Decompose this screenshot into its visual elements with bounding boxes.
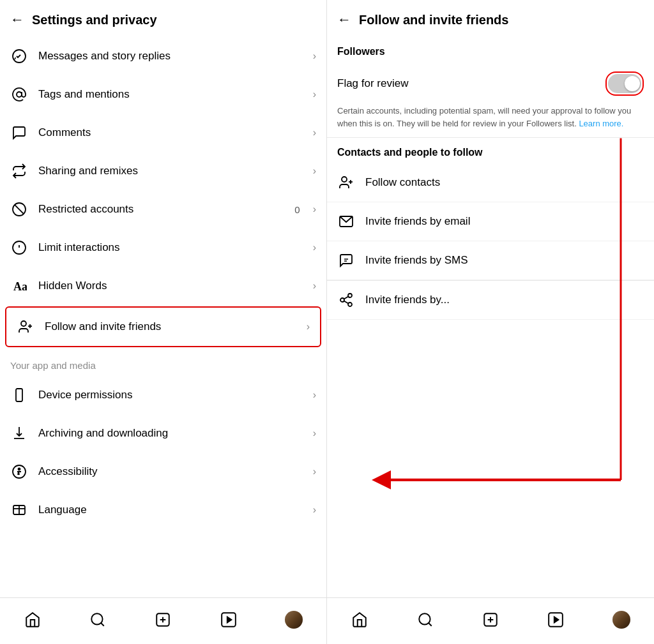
toggle-knob xyxy=(625,76,640,91)
svg-point-39 xyxy=(419,613,430,624)
left-back-button[interactable]: ← xyxy=(10,11,24,28)
menu-item-archive[interactable]: Archiving and downloading › xyxy=(0,414,326,453)
sms-icon xyxy=(337,251,355,269)
right-nav-profile[interactable] xyxy=(607,606,635,634)
share2-icon xyxy=(337,291,355,309)
right-header: ← Follow and invite friends xyxy=(327,0,654,37)
archive-chevron: › xyxy=(313,428,316,439)
left-menu-list: Messages and story replies › Tags and me… xyxy=(0,37,326,597)
learn-more-link[interactable]: Learn more. xyxy=(579,119,623,128)
flag-for-review-row[interactable]: Flag for review xyxy=(327,63,654,105)
device-icon xyxy=(10,386,28,404)
device-label: Device permissions xyxy=(38,389,303,401)
left-nav-search[interactable] xyxy=(84,606,112,634)
add-person-icon xyxy=(337,174,355,191)
messenger-icon xyxy=(10,47,28,65)
svg-point-18 xyxy=(92,613,103,624)
svg-line-34 xyxy=(344,301,349,304)
follow-chevron: › xyxy=(307,321,310,333)
left-nav-profile[interactable] xyxy=(280,606,308,634)
right-nav-add[interactable] xyxy=(476,606,505,634)
at-icon xyxy=(10,86,28,103)
menu-item-accessibility[interactable]: Accessibility › xyxy=(0,453,326,491)
svg-text:Aa: Aa xyxy=(13,280,27,293)
messages-chevron: › xyxy=(313,50,316,62)
right-nav-home[interactable] xyxy=(346,606,374,634)
menu-item-invite-other[interactable]: Invite friends by... xyxy=(327,281,654,320)
svg-marker-24 xyxy=(227,617,231,623)
flag-label: Flag for review xyxy=(337,77,408,90)
svg-line-35 xyxy=(344,297,349,299)
menu-item-invite-sms[interactable]: Invite friends by SMS xyxy=(327,241,654,280)
left-panel: ← Settings and privacy Messages and stor… xyxy=(0,0,327,644)
menu-item-invite-email[interactable]: Invite friends by email xyxy=(327,202,654,241)
left-nav-home[interactable] xyxy=(19,606,47,634)
svg-point-25 xyxy=(342,177,347,182)
accessibility-chevron: › xyxy=(313,466,316,477)
contacts-section-title: Contacts and people to follow xyxy=(327,138,654,163)
hidden-chevron: › xyxy=(313,280,316,292)
svg-point-14 xyxy=(19,468,20,470)
menu-item-messages[interactable]: Messages and story replies › xyxy=(0,37,326,75)
svg-point-32 xyxy=(340,298,344,302)
archive-label: Archiving and downloading xyxy=(38,427,303,440)
menu-item-sharing[interactable]: Sharing and remixes › xyxy=(0,152,326,190)
accessibility-label: Accessibility xyxy=(38,465,303,478)
left-nav-reels[interactable] xyxy=(215,606,243,634)
right-panel: ← Follow and invite friends Followers Fl… xyxy=(327,0,654,644)
menu-item-limit[interactable]: Limit interactions › xyxy=(0,228,326,267)
tags-chevron: › xyxy=(313,89,316,100)
menu-item-comments[interactable]: Comments › xyxy=(0,114,326,152)
limit-chevron: › xyxy=(313,242,316,253)
flag-toggle[interactable] xyxy=(608,74,641,93)
restricted-chevron: › xyxy=(313,204,316,215)
invite-sms-label: Invite friends by SMS xyxy=(365,254,468,267)
right-nav-search[interactable] xyxy=(411,606,439,634)
accessibility-icon xyxy=(10,463,28,481)
limit-icon xyxy=(10,239,28,257)
right-profile-avatar xyxy=(612,611,630,629)
sharing-chevron: › xyxy=(313,165,316,177)
svg-line-40 xyxy=(429,623,432,626)
messages-label: Messages and story replies xyxy=(38,50,303,63)
svg-point-1 xyxy=(17,92,22,97)
follow-contacts-label: Follow contacts xyxy=(365,176,440,189)
language-icon xyxy=(10,501,28,519)
restricted-label: Restricted accounts xyxy=(38,203,284,216)
menu-item-follow[interactable]: Follow and invite friends › xyxy=(5,306,321,347)
hidden-label: Hidden Words xyxy=(38,280,303,292)
menu-item-hidden[interactable]: Aa Hidden Words › xyxy=(0,267,326,305)
menu-item-restricted[interactable]: Restricted accounts 0 › xyxy=(0,190,326,228)
limit-label: Limit interactions xyxy=(38,241,303,254)
comments-chevron: › xyxy=(313,127,316,139)
share-icon xyxy=(10,162,28,180)
menu-item-tags[interactable]: Tags and mentions › xyxy=(0,75,326,114)
right-back-button[interactable]: ← xyxy=(337,11,351,28)
language-chevron: › xyxy=(313,504,316,516)
svg-line-19 xyxy=(101,623,104,626)
archive-icon xyxy=(10,424,28,442)
right-panel-title: Follow and invite friends xyxy=(359,13,508,27)
flag-description: Certain accounts, including potential sp… xyxy=(327,105,654,138)
follow-icon xyxy=(17,318,34,336)
device-chevron: › xyxy=(313,389,316,401)
left-nav-add[interactable] xyxy=(149,606,177,634)
font-icon: Aa xyxy=(10,277,28,295)
left-profile-avatar xyxy=(285,611,303,629)
menu-item-language[interactable]: Language › xyxy=(0,491,326,529)
right-bottom-nav xyxy=(327,597,654,644)
svg-point-31 xyxy=(348,294,352,297)
svg-point-8 xyxy=(21,321,26,326)
svg-point-33 xyxy=(348,303,352,306)
right-nav-reels[interactable] xyxy=(542,606,570,634)
left-header: ← Settings and privacy xyxy=(0,0,326,37)
sharing-label: Sharing and remixes xyxy=(38,165,303,177)
menu-item-device[interactable]: Device permissions › xyxy=(0,376,326,414)
restricted-badge: 0 xyxy=(294,204,300,215)
menu-item-follow-contacts[interactable]: Follow contacts xyxy=(327,163,654,202)
followers-section-title: Followers xyxy=(327,37,654,63)
svg-rect-11 xyxy=(16,389,22,401)
comment-icon xyxy=(10,124,28,142)
left-panel-title: Settings and privacy xyxy=(32,13,157,27)
invite-other-label: Invite friends by... xyxy=(365,294,450,306)
